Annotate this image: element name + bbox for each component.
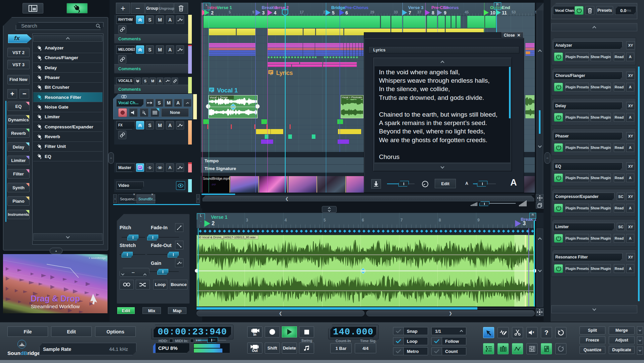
svg-text:♭: ♭ xyxy=(145,113,146,115)
svg-text:x: x xyxy=(532,330,534,334)
